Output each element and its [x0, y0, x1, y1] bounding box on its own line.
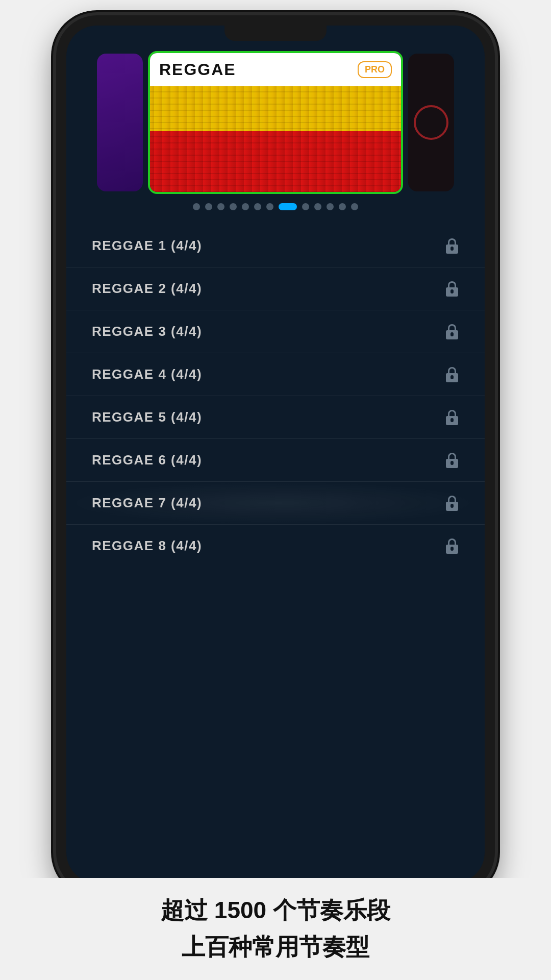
- bottom-text-area: 超过 1500 个节奏乐段 上百种常用节奏型: [0, 878, 551, 980]
- carousel-track: REGGAE PRO: [66, 51, 485, 194]
- lock-shackle: [448, 324, 456, 330]
- track-name-4: REGGAE 4 (4/4): [92, 366, 202, 382]
- lock-body: [446, 545, 458, 554]
- footer-line2: 上百种常用节奏型: [182, 932, 369, 963]
- reggae-card-main[interactable]: REGGAE PRO: [148, 51, 403, 194]
- lock-body: [446, 287, 458, 297]
- track-name-3: REGGAE 3 (4/4): [92, 324, 202, 339]
- lock-body: [446, 330, 458, 339]
- dot-1[interactable]: [193, 203, 200, 210]
- track-item-2[interactable]: REGGAE 2 (4/4): [66, 267, 485, 310]
- lock-shackle: [448, 453, 456, 459]
- dot-3[interactable]: [217, 203, 224, 210]
- dot-5[interactable]: [242, 203, 249, 210]
- lock-shackle: [448, 238, 456, 244]
- track-name-6: REGGAE 6 (4/4): [92, 452, 202, 468]
- lock-icon-4: [445, 367, 459, 382]
- phone-screen: REGGAE PRO: [66, 26, 485, 883]
- lock-shackle: [448, 410, 456, 416]
- notch: [224, 26, 327, 41]
- track-name-7: REGGAE 7 (4/4): [92, 495, 202, 511]
- track-name-5: REGGAE 5 (4/4): [92, 409, 202, 425]
- lock-shackle: [448, 538, 456, 545]
- card-header: REGGAE PRO: [150, 53, 401, 86]
- lock-shackle: [448, 496, 456, 502]
- dot-8-active[interactable]: [279, 203, 297, 210]
- track-list: REGGAE 1 (4/4) REGGAE 2 (4/4) REGGAE 3 (…: [66, 219, 485, 572]
- lock-body: [446, 373, 458, 382]
- knit-stripes: [150, 86, 401, 194]
- carousel-card-left[interactable]: [97, 54, 143, 191]
- track-item-8[interactable]: REGGAE 8 (4/4): [66, 525, 485, 567]
- lock-icon-1: [445, 238, 459, 254]
- stripe-yellow: [150, 86, 401, 131]
- carousel-card-right[interactable]: [408, 54, 454, 191]
- lock-icon-8: [445, 538, 459, 554]
- track-item-5[interactable]: REGGAE 5 (4/4): [66, 396, 485, 439]
- track-item-6[interactable]: REGGAE 6 (4/4): [66, 439, 485, 482]
- lock-icon-6: [445, 453, 459, 468]
- lock-body: [446, 416, 458, 425]
- dot-10[interactable]: [314, 203, 321, 210]
- lock-icon-7: [445, 496, 459, 511]
- dot-12[interactable]: [339, 203, 346, 210]
- track-item-7[interactable]: REGGAE 7 (4/4): [66, 482, 485, 525]
- dot-4[interactable]: [230, 203, 237, 210]
- footer-line1: 超过 1500 个节奏乐段: [161, 895, 390, 926]
- phone-shell: REGGAE PRO: [56, 15, 495, 893]
- lock-body: [446, 244, 458, 254]
- dot-6[interactable]: [254, 203, 261, 210]
- track-name-2: REGGAE 2 (4/4): [92, 281, 202, 297]
- dot-9[interactable]: [302, 203, 309, 210]
- lock-icon-3: [445, 324, 459, 339]
- track-name-8: REGGAE 8 (4/4): [92, 538, 202, 554]
- lock-body: [446, 502, 458, 511]
- track-item-3[interactable]: REGGAE 3 (4/4): [66, 310, 485, 353]
- lock-body: [446, 459, 458, 468]
- dot-2[interactable]: [205, 203, 212, 210]
- pro-badge: PRO: [358, 61, 392, 78]
- track-item-4[interactable]: REGGAE 4 (4/4): [66, 353, 485, 396]
- track-item-1[interactable]: REGGAE 1 (4/4): [66, 225, 485, 267]
- dot-13[interactable]: [351, 203, 358, 210]
- dot-7[interactable]: [266, 203, 273, 210]
- lock-shackle: [448, 367, 456, 373]
- stripe-red: [150, 131, 401, 194]
- dots-pagination: [66, 194, 485, 214]
- lock-shackle: [448, 281, 456, 287]
- card-title: REGGAE: [159, 60, 236, 79]
- track-name-1: REGGAE 1 (4/4): [92, 238, 202, 254]
- lock-icon-5: [445, 410, 459, 425]
- dot-11[interactable]: [327, 203, 334, 210]
- carousel-area: REGGAE PRO: [66, 41, 485, 219]
- lock-icon-2: [445, 281, 459, 297]
